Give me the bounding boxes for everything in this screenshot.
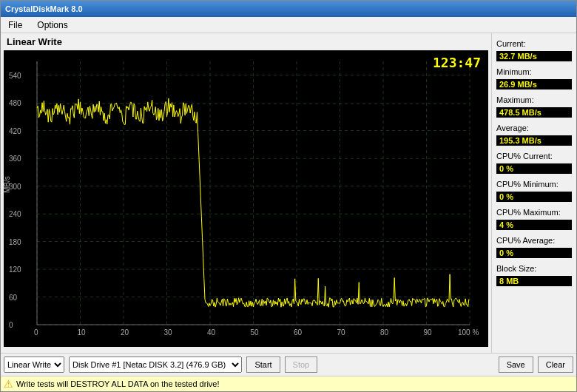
test-type-select[interactable]: Linear Write [4, 356, 64, 373]
main-window: CrystalDiskMark 8.0 File Options Linear … [0, 0, 577, 392]
save-button[interactable]: Save [499, 356, 533, 373]
main-panel: Linear Write 123:47 [1, 33, 491, 353]
chart-title: Linear Write [4, 36, 488, 47]
menu-options[interactable]: Options [33, 18, 72, 32]
warning-text: Write tests will DESTROY ALL DATA on the… [16, 379, 220, 388]
current-label: Current: [496, 39, 572, 48]
cpu-maximum-value: 4 % [496, 220, 572, 230]
start-button[interactable]: Start [246, 356, 280, 373]
titlebar: CrystalDiskMark 8.0 [1, 1, 576, 17]
current-value: 32.7 MB/s [496, 51, 572, 61]
cpu-current-value: 0 % [496, 163, 572, 174]
clear-button[interactable]: Clear [538, 356, 573, 373]
content-area: Linear Write 123:47 Current: 32.7 MB/s M… [1, 33, 576, 353]
menubar: File Options [1, 17, 576, 33]
minimum-label: Minimum: [496, 67, 572, 76]
menu-file[interactable]: File [4, 18, 27, 32]
chart-canvas [4, 50, 488, 347]
cpu-minimum-label: CPU% Minimum: [496, 180, 572, 189]
block-size-label: Block Size: [496, 264, 572, 273]
average-label: Average: [496, 124, 572, 132]
chart-container: 123:47 [4, 50, 488, 347]
cpu-maximum-label: CPU% Maximum: [496, 208, 572, 217]
average-value: 195.3 MB/s [496, 135, 572, 146]
titlebar-label: CrystalDiskMark 8.0 [5, 4, 83, 13]
stop-button[interactable]: Stop [285, 356, 318, 373]
bottom-controls: Linear Write Disk Drive #1 [Netac DISK 3… [1, 353, 576, 376]
cpu-current-label: CPU% Current: [496, 152, 572, 160]
maximum-label: Maximum: [496, 95, 572, 104]
cpu-minimum-value: 0 % [496, 192, 572, 202]
sidebar: Current: 32.7 MB/s Minimum: 26.9 MB/s Ma… [491, 33, 576, 353]
timer-display: 123:47 [433, 55, 481, 70]
drive-select[interactable]: Disk Drive #1 [Netac DISK 3.2] (476.9 GB… [69, 356, 242, 373]
maximum-value: 478.5 MB/s [496, 107, 572, 118]
minimum-value: 26.9 MB/s [496, 79, 572, 89]
block-size-value: 8 MB [496, 276, 572, 286]
warning-bar: ⚠ Write tests will DESTROY ALL DATA on t… [1, 376, 576, 391]
cpu-average-value: 0 % [496, 248, 572, 258]
cpu-average-label: CPU% Average: [496, 236, 572, 245]
warning-icon: ⚠ [4, 378, 13, 390]
